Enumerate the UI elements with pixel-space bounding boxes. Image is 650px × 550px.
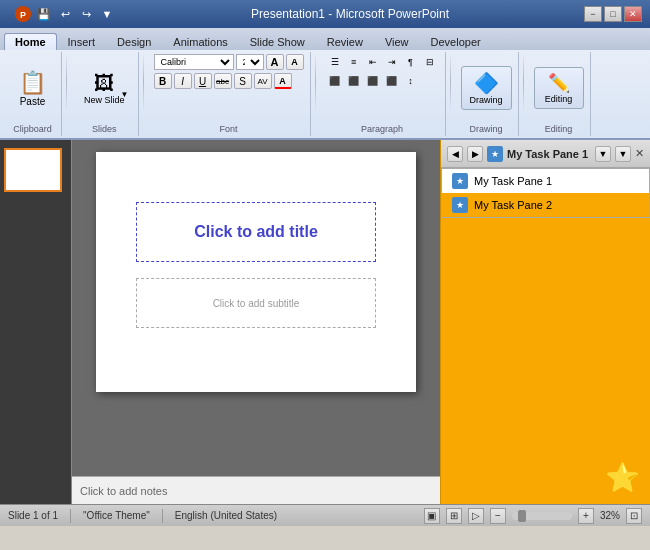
customize-quick-btn[interactable]: ▼ (98, 5, 116, 23)
new-slide-icon: 🖼 (94, 72, 114, 95)
paragraph-group: ☰ ≡ ⇤ ⇥ ¶ ⊟ ⬛ ⬛ ⬛ ⬛ ↕ Paragraph (320, 52, 446, 136)
tab-developer[interactable]: Developer (420, 33, 492, 50)
editing-button[interactable]: ✏️ Editing (534, 67, 584, 109)
decrease-indent-btn[interactable]: ⇤ (364, 54, 382, 70)
para-content: ☰ ≡ ⇤ ⇥ ¶ ⊟ ⬛ ⬛ ⬛ ⬛ ↕ (326, 54, 439, 122)
window-controls: − □ ✕ (584, 6, 642, 22)
drawing-button[interactable]: 🔷 Drawing (461, 66, 512, 110)
slide-subtitle-placeholder[interactable]: Click to add subtitle (136, 278, 376, 328)
dropdown-item-2[interactable]: ★ My Task Pane 2 (442, 193, 649, 217)
drawing-group: 🔷 Drawing Drawing (455, 52, 519, 136)
font-group: Calibri 24 A A B I U abc S AV A Font (148, 52, 311, 136)
tab-slideshow[interactable]: Slide Show (239, 33, 316, 50)
task-pane-dropdown-btn[interactable]: ▼ (595, 146, 611, 162)
font-name-selector[interactable]: Calibri (154, 54, 234, 70)
svg-text:P: P (20, 10, 26, 20)
bullet-list-btn[interactable]: ☰ (326, 54, 344, 70)
notes-placeholder: Click to add notes (80, 485, 167, 497)
editing-label: Editing (545, 94, 573, 104)
slides-content: 🖼 New Slide ▼ (77, 54, 132, 122)
slide-thumbnail-1[interactable] (4, 148, 62, 192)
task-pane-forward-btn[interactable]: ▶ (467, 146, 483, 162)
maximize-btn[interactable]: □ (604, 6, 622, 22)
shadow-btn[interactable]: S (234, 73, 252, 89)
rtl-btn[interactable]: ¶ (402, 54, 420, 70)
status-bar: Slide 1 of 1 "Office Theme" English (Uni… (0, 504, 650, 526)
undo-quick-btn[interactable]: ↩ (56, 5, 74, 23)
task-pane-star-icon: ⭐ (605, 461, 640, 494)
task-pane-header: ◀ ▶ ★ My Task Pane 1 ▼ ▼ ✕ (441, 140, 650, 168)
slides-group: 🖼 New Slide ▼ Slides (71, 52, 139, 136)
justify-btn[interactable]: ⬛ (383, 73, 401, 89)
zoom-in-btn[interactable]: + (578, 508, 594, 524)
underline-btn[interactable]: U (194, 73, 212, 89)
task-pane-back-btn[interactable]: ◀ (447, 146, 463, 162)
tab-view[interactable]: View (374, 33, 420, 50)
fit-window-btn[interactable]: ⊡ (626, 508, 642, 524)
slide-subtitle-text: Click to add subtitle (213, 298, 300, 309)
dropdown-item-1-label: My Task Pane 1 (474, 175, 552, 187)
dropdown-item-1[interactable]: ★ My Task Pane 1 (442, 169, 649, 193)
office-button[interactable]: P (14, 5, 32, 23)
shrink-font-btn[interactable]: A (286, 54, 304, 70)
slide-canvas-area: Click to add title Click to add subtitle (72, 140, 440, 476)
close-btn[interactable]: ✕ (624, 6, 642, 22)
columns-btn[interactable]: ⊟ (421, 54, 439, 70)
sep4 (450, 52, 451, 112)
dropdown-item-1-icon: ★ (452, 173, 468, 189)
slide-title-placeholder[interactable]: Click to add title (136, 202, 376, 262)
clipboard-content: 📋 Paste (12, 54, 53, 122)
slide-panel: 1 (0, 140, 72, 504)
zoom-level: 32% (600, 510, 620, 521)
drawing-content: 🔷 Drawing (461, 54, 512, 122)
clipboard-group: 📋 Paste Clipboard (4, 52, 62, 136)
save-quick-btn[interactable]: 💾 (35, 5, 53, 23)
zoom-slider[interactable] (512, 512, 572, 520)
notes-area[interactable]: Click to add notes (72, 476, 440, 504)
dropdown-item-2-label: My Task Pane 2 (474, 199, 552, 211)
increase-indent-btn[interactable]: ⇥ (383, 54, 401, 70)
slides-label: Slides (92, 122, 117, 134)
zoom-out-btn[interactable]: − (490, 508, 506, 524)
editing-icon: ✏️ (548, 72, 570, 94)
strikethrough-btn[interactable]: abc (214, 73, 232, 89)
tab-design[interactable]: Design (106, 33, 162, 50)
grow-font-btn[interactable]: A (266, 54, 284, 70)
editing-content: ✏️ Editing (534, 54, 584, 122)
slide-title-text: Click to add title (194, 223, 318, 241)
tab-animations[interactable]: Animations (162, 33, 238, 50)
align-center-btn[interactable]: ⬛ (345, 73, 363, 89)
view-slideshow-btn[interactable]: ▷ (468, 508, 484, 524)
bold-btn[interactable]: B (154, 73, 172, 89)
font-format-row: B I U abc S AV A (154, 73, 292, 89)
sep5 (523, 52, 524, 112)
font-size-selector[interactable]: 24 (236, 54, 264, 70)
char-spacing-btn[interactable]: AV (254, 73, 272, 89)
align-left-btn[interactable]: ⬛ (326, 73, 344, 89)
font-color-btn[interactable]: A (274, 73, 292, 89)
align-right-btn[interactable]: ⬛ (364, 73, 382, 89)
tab-review[interactable]: Review (316, 33, 374, 50)
ribbon-tab-bar: Home Insert Design Animations Slide Show… (0, 28, 650, 50)
paste-button[interactable]: 📋 Paste (12, 65, 53, 112)
tab-insert[interactable]: Insert (57, 33, 107, 50)
tab-home[interactable]: Home (4, 33, 57, 50)
italic-btn[interactable]: I (174, 73, 192, 89)
minimize-btn[interactable]: − (584, 6, 602, 22)
slide-info: Slide 1 of 1 (8, 510, 58, 521)
new-slide-button[interactable]: 🖼 New Slide ▼ (77, 67, 132, 110)
line-spacing-btn[interactable]: ↕ (402, 73, 420, 89)
view-normal-btn[interactable]: ▣ (424, 508, 440, 524)
redo-quick-btn[interactable]: ↪ (77, 5, 95, 23)
slide-item-1[interactable]: 1 (4, 148, 67, 192)
sep1 (66, 52, 67, 112)
drawing-group-label: Drawing (470, 122, 503, 134)
ribbon: 📋 Paste Clipboard 🖼 New Slide ▼ Slides C… (0, 50, 650, 140)
numbered-list-btn[interactable]: ≡ (345, 54, 363, 70)
theme-info: "Office Theme" (83, 510, 150, 521)
task-pane-menu-btn[interactable]: ▼ (615, 146, 631, 162)
task-pane: ◀ ▶ ★ My Task Pane 1 ▼ ▼ ✕ ★ My Task Pan… (440, 140, 650, 504)
paragraph-label: Paragraph (361, 122, 403, 134)
task-pane-close-btn[interactable]: ✕ (635, 147, 644, 160)
view-slide-sorter-btn[interactable]: ⊞ (446, 508, 462, 524)
